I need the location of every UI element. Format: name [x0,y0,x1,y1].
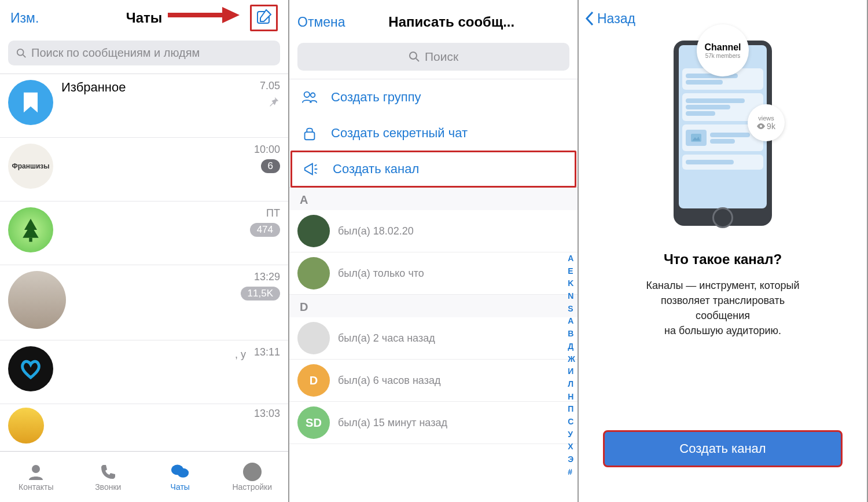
svg-point-6 [410,52,417,59]
contact-item[interactable]: D был(а) 6 часов назад [289,360,578,402]
chat-item[interactable]: 13:03 [0,404,288,433]
chat-item[interactable]: Франшизы 10:00 6 [0,138,288,201]
create-options: Создать группу Создать секретный чат Соз… [289,79,578,188]
compose-icon [256,9,272,25]
search-icon [16,48,27,58]
avatar [297,215,330,247]
create-channel-button[interactable]: Создать канал [290,151,576,188]
search-bar[interactable]: Поиск по сообщениям и людям [8,41,280,65]
avatar [8,271,66,329]
svg-point-11 [760,125,762,127]
header: Изм. Чаты [0,0,288,41]
screen-channel-intro: Назад Channel 57k members views 9k Что т… [579,0,868,502]
avatar: Франшизы [8,144,53,189]
search-placeholder: Поиск [425,50,458,64]
megaphone-icon [303,160,320,178]
tab-settings[interactable]: Настройки [216,452,289,502]
avatar: D [297,364,330,397]
chat-list: Избранное 7.05 Франшизы 10:00 6 ПТ 474 [0,74,288,451]
channel-badge: Channel 57k members [697,24,749,76]
avatar-bookmark [8,80,53,125]
chat-preview: , у [61,349,246,361]
contact-icon [27,463,45,481]
chat-item[interactable]: , у 13:11 [0,340,288,404]
page-title: Написать сообщ... [351,14,552,30]
svg-rect-9 [305,132,315,140]
avatar [297,257,330,290]
tab-bar: Контакты Звонки Чаты Настройки [0,451,288,502]
contact-item[interactable]: был(а) только что [289,252,578,295]
chat-time: 13:03 [254,408,280,420]
svg-rect-2 [29,238,32,242]
chat-time: 13:29 [254,271,280,283]
avatar [8,408,44,444]
chat-time: ПТ [266,207,280,219]
phone-illustration: Channel 57k members views 9k [674,41,772,226]
svg-point-1 [17,49,24,55]
unread-badge: 11,5K [241,287,280,301]
pin-icon [267,96,280,108]
unread-badge: 474 [250,223,280,237]
chat-item[interactable]: ПТ 474 [0,201,288,265]
contact-item[interactable]: был(а) 2 часа назад [289,317,578,360]
section-header: A [289,188,578,210]
search-placeholder: Поиск по сообщениям и людям [31,46,200,60]
eye-icon [757,123,765,129]
phone-icon [99,463,117,481]
svg-point-3 [32,465,40,473]
section-header: D [289,295,578,317]
search-icon [409,51,420,63]
views-badge: views 9k [748,104,785,141]
contact-status: был(а) только что [338,268,424,280]
contact-status: был(а) 18.02.20 [338,225,414,237]
chevron-left-icon [584,10,595,27]
settings-avatar [243,463,262,481]
alphabetic-index[interactable]: A E K N S А В Д Ж И Л Н П С У Х Э # [568,252,575,478]
contact-status: был(а) 6 часов назад [338,375,440,387]
create-secret-chat-button[interactable]: Создать секретный чат [289,115,578,151]
create-channel-button[interactable]: Создать канал [603,430,843,467]
avatar [8,207,53,252]
avatar: SD [297,406,330,439]
contact-item[interactable]: SD был(а) 15 минут назад [289,402,578,444]
screen-new-message: Отмена Написать сообщ... Поиск Создать г… [289,0,579,502]
unread-badge: 6 [261,159,280,173]
chat-time: 13:11 [254,346,280,358]
description: Каналы — инструмент, который позволяет т… [646,278,799,338]
tab-chats[interactable]: Чаты [144,452,216,502]
contact-item[interactable]: был(а) 18.02.20 [289,210,578,252]
chats-icon [171,463,189,481]
edit-button[interactable]: Изм. [10,10,39,26]
chat-item[interactable]: 13:29 11,5K [0,265,288,340]
chat-time: 10:00 [254,144,280,156]
chat-time: 7.05 [260,80,280,92]
cancel-button[interactable]: Отмена [297,14,345,30]
arrow-annotation [167,5,242,25]
body: Channel 57k members views 9k Что такое к… [579,35,867,407]
contact-status: был(а) 15 минут назад [338,417,447,429]
svg-point-7 [304,92,310,97]
screen-chat-list: Изм. Чаты Поиск по сообщениям и людям Из… [0,0,289,502]
create-group-button[interactable]: Создать группу [289,79,578,115]
header: Отмена Написать сообщ... [289,0,578,38]
compose-button[interactable] [250,5,278,31]
avatar [297,322,330,354]
group-icon [301,89,318,106]
contact-status: был(а) 2 часа назад [338,332,435,345]
chat-item-saved[interactable]: Избранное 7.05 [0,74,288,138]
chat-title: Избранное [61,80,252,95]
svg-point-8 [311,93,315,98]
avatar [8,346,53,391]
heading: Что такое канал? [664,251,782,268]
lock-icon [301,124,318,142]
search-bar[interactable]: Поиск [297,43,569,71]
page-title: Чаты [126,10,162,26]
svg-point-5 [178,468,189,477]
tab-calls[interactable]: Звонки [72,452,145,502]
tab-contacts[interactable]: Контакты [0,452,72,502]
